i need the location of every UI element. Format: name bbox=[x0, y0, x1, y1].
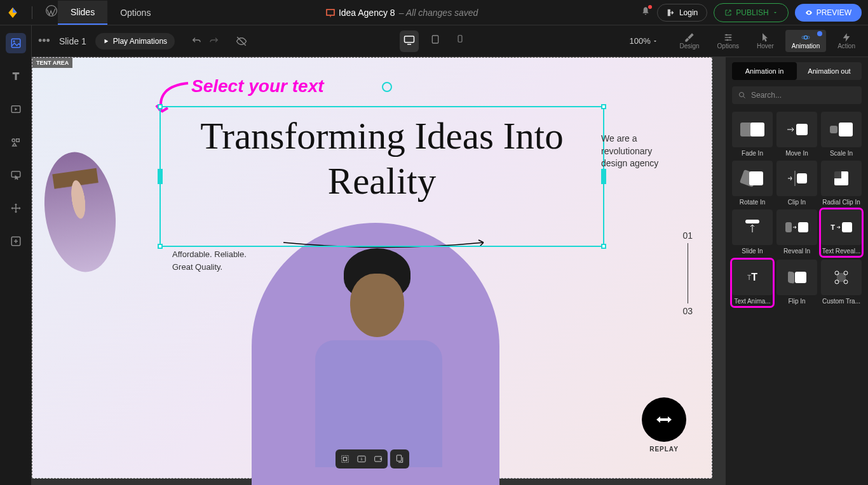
topbar-right: Login PUBLISH PREVIEW bbox=[641, 3, 862, 22]
page-num-3: 03 bbox=[682, 306, 693, 316]
svg-rect-1 bbox=[327, 10, 334, 15]
anim-text-animation[interactable]: TTText Anima... bbox=[732, 260, 773, 306]
document-title: Idea Agency 8 – All changes saved bbox=[163, 8, 641, 18]
headline-text[interactable]: Transforming Ideas Into Reality bbox=[161, 107, 603, 210]
chevron-down-icon bbox=[773, 10, 778, 15]
svg-point-31 bbox=[740, 93, 744, 97]
notifications-icon[interactable] bbox=[641, 6, 651, 18]
tablet-device-icon[interactable] bbox=[426, 30, 444, 52]
anim-custom-transition[interactable]: Custom Tra... bbox=[821, 260, 862, 306]
double-arrow-icon bbox=[655, 415, 673, 425]
sidetext[interactable]: We are a revolutionary design agency bbox=[601, 133, 677, 170]
selection-handle[interactable] bbox=[158, 169, 163, 184]
toolbar-group: 1 bbox=[336, 449, 388, 468]
svg-rect-26 bbox=[343, 457, 346, 460]
more-menu-icon[interactable]: ••• bbox=[38, 34, 50, 48]
animation-search[interactable]: Search... bbox=[732, 86, 862, 104]
anim-scale-in[interactable]: Scale In bbox=[821, 112, 862, 157]
anim-clip-in[interactable]: Clip In bbox=[776, 161, 817, 206]
redo-icon[interactable] bbox=[209, 36, 219, 46]
page-num-1: 01 bbox=[682, 230, 693, 241]
doc-title-text: Idea Agency 8 bbox=[339, 8, 395, 18]
undo-icon[interactable] bbox=[191, 36, 201, 46]
anim-move-in[interactable]: Move In bbox=[776, 112, 817, 157]
selection-handle[interactable] bbox=[601, 244, 606, 249]
export-icon[interactable] bbox=[372, 453, 384, 465]
animation-tool[interactable]: Animation bbox=[785, 30, 826, 52]
subtext[interactable]: Affordable. Reliable. Great Quality. bbox=[172, 248, 247, 273]
publish-icon bbox=[724, 9, 732, 17]
mobile-device-icon[interactable] bbox=[452, 30, 468, 52]
text-tool-icon[interactable] bbox=[6, 66, 26, 86]
container-icon[interactable] bbox=[339, 453, 351, 465]
search-icon bbox=[738, 91, 746, 99]
hover-tool[interactable]: Hover bbox=[750, 30, 780, 52]
animation-icon bbox=[801, 32, 811, 43]
animation-out-tab[interactable]: Animation out bbox=[797, 62, 862, 80]
image-tool-icon[interactable] bbox=[6, 33, 26, 53]
desktop-device-icon[interactable] bbox=[400, 30, 419, 52]
anim-reveal-in[interactable]: Reveal In bbox=[776, 209, 817, 256]
selection-handle[interactable] bbox=[601, 169, 606, 184]
move-tool-icon[interactable] bbox=[6, 198, 26, 218]
preview-button[interactable]: PREVIEW bbox=[795, 4, 862, 22]
tab-slides[interactable]: Slides bbox=[58, 1, 107, 25]
undo-redo-group bbox=[191, 36, 219, 46]
secondbar-right: 100% Design Options Hover Animation Acti… bbox=[630, 30, 862, 52]
anim-rotate-in[interactable]: Rotate In bbox=[732, 161, 773, 206]
top-bar: Slides Options Idea Agency 8 – All chang… bbox=[0, 0, 868, 25]
anim-flip-in[interactable]: Flip In bbox=[776, 260, 817, 306]
selection-handle[interactable] bbox=[601, 104, 606, 109]
replay-circle[interactable] bbox=[642, 397, 686, 442]
page-numbers: 01 03 bbox=[682, 230, 693, 316]
content-area-tag: TENT AREA bbox=[32, 58, 72, 68]
svg-point-6 bbox=[12, 139, 15, 142]
annotation-text: Select your text bbox=[191, 76, 324, 96]
selection-handle[interactable] bbox=[158, 104, 163, 109]
visibility-toggle-icon[interactable] bbox=[236, 36, 247, 47]
copy-icon[interactable] bbox=[394, 453, 405, 465]
secondbar-left: ••• Slide 1 Play Animations bbox=[38, 33, 247, 50]
layout-icon[interactable]: 1 bbox=[356, 453, 367, 465]
tab-options[interactable]: Options bbox=[107, 1, 163, 24]
animation-badge bbox=[817, 31, 822, 36]
selection-handle[interactable] bbox=[158, 244, 163, 249]
eye-icon bbox=[805, 9, 813, 17]
presentation-icon bbox=[326, 8, 335, 17]
options-tool[interactable]: Options bbox=[711, 30, 745, 52]
anim-slide-in[interactable]: Slide In bbox=[732, 209, 773, 256]
login-button[interactable]: Login bbox=[657, 4, 707, 22]
interactive-tool-icon[interactable] bbox=[6, 165, 26, 185]
anim-radial-clip-in[interactable]: Radial Clip In bbox=[821, 161, 862, 206]
svg-rect-14 bbox=[432, 36, 438, 43]
rotate-handle[interactable] bbox=[382, 82, 392, 92]
play-icon bbox=[103, 38, 109, 44]
anim-fade-in[interactable]: Fade In bbox=[732, 112, 773, 157]
anim-text-reveal[interactable]: TText Reveal... bbox=[821, 209, 862, 256]
canvas-area[interactable]: TENT AREA Select your text Transforming … bbox=[32, 57, 725, 485]
shapes-tool-icon[interactable] bbox=[6, 132, 26, 152]
publish-button[interactable]: PUBLISH bbox=[714, 3, 788, 22]
toolbar-group bbox=[390, 449, 409, 468]
app-logo-icon bbox=[6, 6, 19, 19]
add-tool-icon[interactable] bbox=[6, 231, 26, 251]
animation-grid: Fade In Move In Scale In Rotate In Clip … bbox=[732, 112, 862, 306]
replay-button[interactable]: REPLAY bbox=[642, 397, 686, 453]
action-tool[interactable]: Action bbox=[831, 30, 862, 52]
wordpress-icon[interactable] bbox=[45, 4, 58, 20]
text-selection-box[interactable]: Transforming Ideas Into Reality bbox=[159, 106, 604, 247]
svg-point-20 bbox=[729, 37, 731, 39]
oval-photo[interactable] bbox=[37, 147, 123, 276]
canvas[interactable]: TENT AREA Select your text Transforming … bbox=[32, 57, 712, 479]
design-tool[interactable]: Design bbox=[673, 30, 705, 52]
svg-point-21 bbox=[726, 39, 728, 41]
search-placeholder: Search... bbox=[751, 91, 782, 100]
video-tool-icon[interactable] bbox=[6, 99, 26, 119]
arch-background[interactable] bbox=[252, 223, 499, 485]
animation-in-tab[interactable]: Animation in bbox=[732, 62, 797, 80]
publish-label: PUBLISH bbox=[736, 8, 768, 17]
slide-label: Slide 1 bbox=[59, 36, 86, 46]
login-label: Login bbox=[679, 8, 698, 17]
zoom-label[interactable]: 100% bbox=[630, 36, 658, 46]
play-animations-button[interactable]: Play Animations bbox=[95, 33, 175, 50]
